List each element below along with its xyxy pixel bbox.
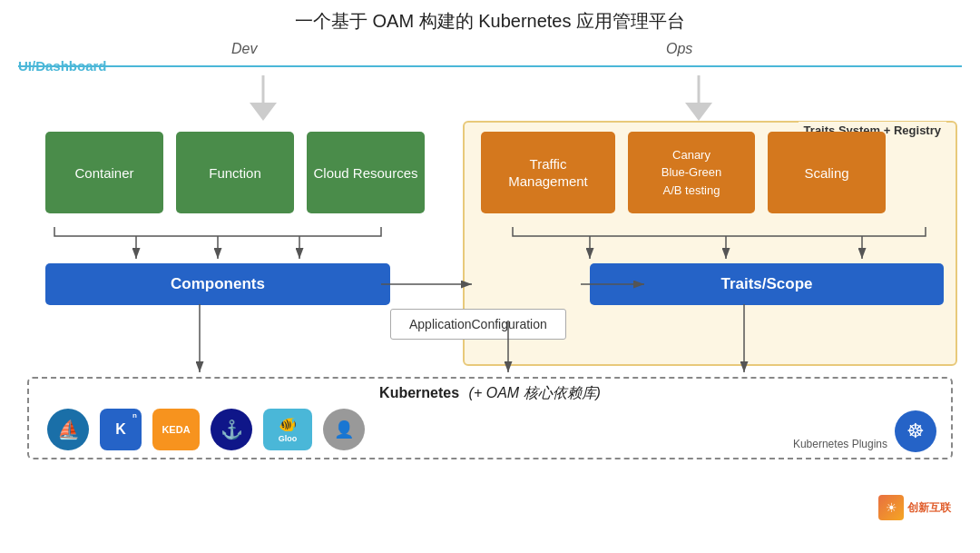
- scaling-box: Scaling: [768, 132, 886, 213]
- diagram-area: UI/Dashboard Dev Ops Traits System + Reg…: [18, 41, 962, 522]
- ui-dashboard-label: UI/Dashboard: [18, 58, 114, 74]
- kubernetes-row: Kubernetes (+ OAM 核心依赖库) ⛵ Kn KEDA ⚓ 🐠 G…: [27, 377, 953, 459]
- components-bar: Components: [45, 263, 390, 305]
- app-config-area: ApplicationConfiguration: [390, 309, 566, 340]
- dev-label: Dev: [231, 41, 257, 57]
- agent-icon: 👤: [323, 409, 365, 450]
- kubernetes-text: Kubernetes: [379, 385, 459, 400]
- green-boxes-row: Container Function Cloud Resources: [45, 132, 425, 213]
- main-container: 一个基于 OAM 构建的 Kubernetes 应用管理平台: [0, 0, 980, 553]
- k8s-plugins-label: Kubernetes Plugins: [793, 438, 887, 450]
- cloud-resources-box: Cloud Resources: [307, 132, 425, 213]
- watermark-icon: ☀: [878, 495, 904, 520]
- traits-scope-bar: Traits/Scope: [590, 263, 944, 305]
- watermark: ☀ 创新互联: [878, 495, 951, 520]
- knative-icon: Kn: [100, 409, 142, 450]
- watermark-text: 创新互联: [907, 500, 951, 516]
- ops-label: Ops: [666, 41, 692, 57]
- kubernetes-label: Kubernetes (+ OAM 核心依赖库): [44, 384, 936, 403]
- app-config-box: ApplicationConfiguration: [390, 309, 566, 340]
- page-title: 一个基于 OAM 构建的 Kubernetes 应用管理平台: [18, 9, 962, 34]
- canary-box: CanaryBlue-GreenA/B testing: [628, 132, 755, 213]
- k8s-wheel-icon: ☸: [895, 410, 936, 452]
- svg-marker-6: [685, 103, 712, 121]
- ops-arrow-area: Ops: [666, 41, 692, 57]
- dev-arrow-area: Dev: [231, 41, 257, 57]
- orange-boxes-row: TrafficManagement CanaryBlue-GreenA/B te…: [481, 132, 886, 213]
- function-box: Function: [176, 132, 294, 213]
- svg-marker-4: [250, 103, 277, 121]
- gloo-icon: 🐠 Gloo: [263, 409, 312, 450]
- container-box: Container: [45, 132, 163, 213]
- traffic-management-box: TrafficManagement: [481, 132, 615, 213]
- helm-icon: ⚓: [211, 409, 252, 450]
- keda-icon: KEDA: [152, 409, 200, 450]
- sail-icon: ⛵: [47, 409, 89, 450]
- title-text: 一个基于 OAM 构建的 Kubernetes 应用管理平台: [295, 11, 685, 31]
- kubernetes-suffix: (+ OAM 核心依赖库): [469, 385, 601, 400]
